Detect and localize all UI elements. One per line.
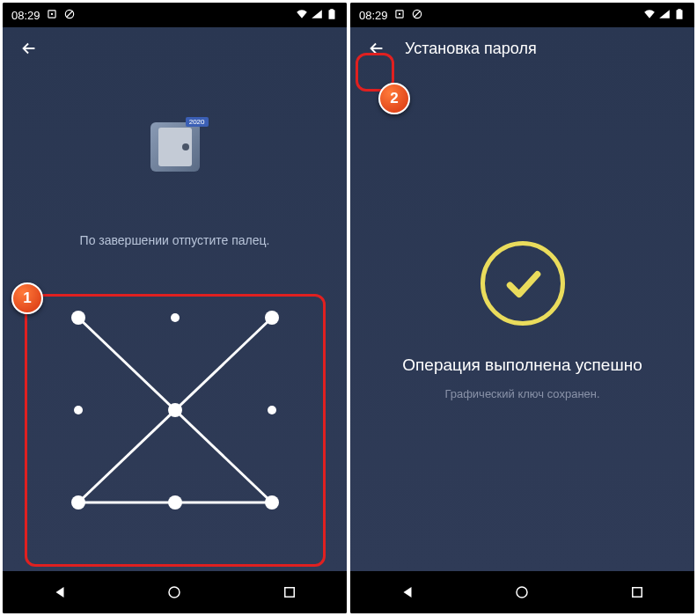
svg-point-22 <box>398 12 400 14</box>
vault-badge: 2020 <box>186 117 209 127</box>
battery-icon <box>326 8 338 23</box>
svg-point-11 <box>171 313 180 322</box>
page-title: Установка пароля <box>405 40 537 58</box>
svg-line-24 <box>414 11 420 17</box>
status-bar: 08:29 <box>350 3 694 27</box>
nav-back-button[interactable] <box>381 576 434 608</box>
svg-line-3 <box>66 11 72 17</box>
wifi-icon <box>643 8 656 23</box>
instruction-text: По завершении отпустите палец. <box>80 233 270 247</box>
svg-point-10 <box>71 311 85 325</box>
nav-recents-button[interactable] <box>263 576 316 608</box>
svg-point-12 <box>265 311 279 325</box>
battery-icon <box>673 8 686 23</box>
status-bar: 08:29 <box>3 3 347 27</box>
status-time: 08:29 <box>11 9 40 22</box>
success-content: Операция выполнена успешно Графический к… <box>350 70 694 571</box>
screenshot-icon <box>46 8 58 23</box>
svg-point-27 <box>517 587 527 598</box>
noent-icon <box>63 8 76 23</box>
app-header: Установка пароля <box>350 27 694 70</box>
svg-point-19 <box>169 587 180 598</box>
status-time: 08:29 <box>359 9 388 22</box>
wifi-icon <box>296 8 308 23</box>
svg-point-18 <box>265 495 279 510</box>
svg-rect-5 <box>330 9 334 11</box>
svg-point-14 <box>168 403 182 417</box>
svg-rect-25 <box>677 10 683 18</box>
nav-home-button[interactable] <box>148 576 201 608</box>
svg-point-15 <box>268 406 276 414</box>
annotation-marker-2: 2 <box>378 83 410 114</box>
svg-rect-28 <box>633 588 642 598</box>
back-button[interactable] <box>363 34 391 62</box>
noent-icon <box>411 8 423 23</box>
svg-point-13 <box>74 406 83 414</box>
vault-app-icon: 2020 <box>150 122 200 172</box>
success-title: Операция выполнена успешно <box>402 356 642 375</box>
phone-screen-success: 08:29 Установка пароля <box>350 3 694 613</box>
nav-bar <box>350 571 694 613</box>
svg-rect-26 <box>678 9 681 11</box>
nav-home-button[interactable] <box>495 576 548 608</box>
phone-screen-pattern: 08:29 <box>3 3 347 613</box>
annotation-marker-1: 1 <box>11 282 43 314</box>
back-button[interactable] <box>15 34 43 62</box>
success-subtitle: Графический ключ сохранен. <box>444 387 599 400</box>
app-header <box>3 27 347 70</box>
svg-point-17 <box>168 495 182 510</box>
svg-rect-4 <box>329 10 335 18</box>
nav-bar <box>3 571 347 613</box>
pattern-lock-grid[interactable] <box>34 274 316 538</box>
nav-recents-button[interactable] <box>611 576 664 608</box>
success-check-icon <box>481 241 565 326</box>
signal-icon <box>658 8 671 23</box>
svg-point-1 <box>50 12 52 14</box>
signal-icon <box>311 8 323 23</box>
svg-point-16 <box>71 495 85 510</box>
screenshot-icon <box>393 8 406 23</box>
nav-back-button[interactable] <box>33 576 86 608</box>
svg-rect-20 <box>285 588 295 598</box>
